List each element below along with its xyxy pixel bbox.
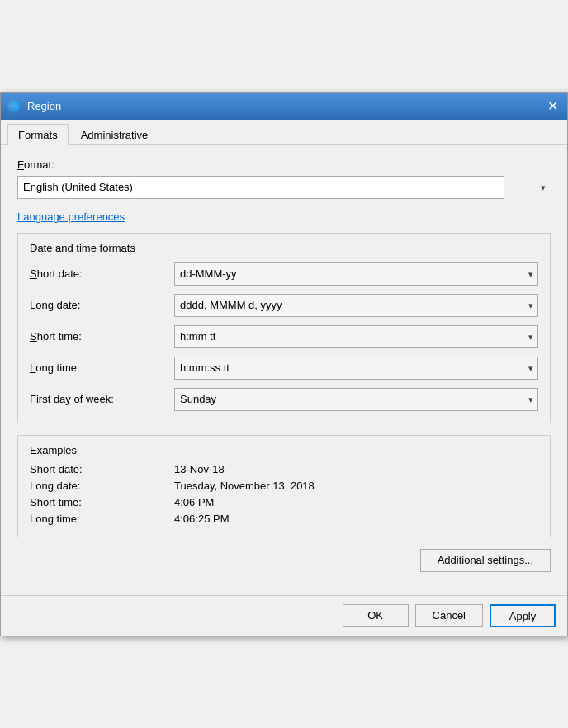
long-date-select[interactable]: dddd, MMMM d, yyyy MMMM d, yyyy bbox=[174, 294, 538, 317]
format-select-wrapper: English (United States) English (United … bbox=[17, 176, 551, 199]
example-long-time-value: 4:06:25 PM bbox=[174, 513, 230, 525]
long-time-select-wrap: h:mm:ss tt H:mm:ss ▾ bbox=[174, 357, 538, 380]
window-icon: 🌐 bbox=[7, 99, 22, 114]
format-select[interactable]: English (United States) English (United … bbox=[17, 176, 504, 199]
short-date-select[interactable]: dd-MMM-yy M/d/yyyy MM/dd/yy bbox=[174, 262, 538, 286]
short-time-select[interactable]: h:mm tt H:mm bbox=[174, 325, 538, 348]
format-label: Format: bbox=[17, 158, 551, 171]
long-date-row: Long date: dddd, MMMM d, yyyy MMMM d, yy… bbox=[30, 294, 538, 317]
example-short-time: Short time: 4:06 PM bbox=[30, 496, 538, 508]
example-long-date: Long date: Tuesday, November 13, 2018 bbox=[30, 480, 538, 492]
language-preferences-link[interactable]: Language preferences bbox=[17, 210, 125, 223]
example-short-date-label: Short date: bbox=[30, 463, 174, 475]
short-time-select-wrap: h:mm tt H:mm ▾ bbox=[174, 325, 538, 348]
example-long-date-label: Long date: bbox=[30, 480, 174, 492]
first-day-row: First day of week: Sunday Monday Saturda… bbox=[30, 388, 538, 411]
example-long-date-value: Tuesday, November 13, 2018 bbox=[174, 480, 315, 492]
additional-settings-button[interactable]: Additional settings... bbox=[420, 549, 551, 572]
date-time-group: Date and time formats Short date: dd-MMM… bbox=[17, 233, 551, 423]
first-day-select-wrap: Sunday Monday Saturday ▾ bbox=[174, 388, 538, 411]
additional-settings-row: Additional settings... bbox=[17, 549, 551, 572]
long-time-row: Long time: h:mm:ss tt H:mm:ss ▾ bbox=[30, 357, 538, 380]
format-select-chevron-icon: ▾ bbox=[541, 182, 546, 192]
tab-formats[interactable]: Formats bbox=[7, 124, 69, 145]
apply-button[interactable]: Apply bbox=[490, 604, 556, 627]
cancel-button[interactable]: Cancel bbox=[415, 604, 483, 627]
date-time-group-title: Date and time formats bbox=[30, 242, 538, 254]
long-time-select[interactable]: h:mm:ss tt H:mm:ss bbox=[174, 357, 538, 380]
footer-buttons: OK Cancel Apply bbox=[1, 595, 567, 636]
example-short-date-value: 13-Nov-18 bbox=[174, 463, 225, 475]
tabs-bar: Formats Administrative bbox=[1, 120, 567, 145]
first-day-label: First day of week: bbox=[30, 393, 174, 405]
examples-box: Examples Short date: 13-Nov-18 Long date… bbox=[17, 435, 551, 537]
ok-button[interactable]: OK bbox=[343, 604, 409, 627]
short-date-label: Short date: bbox=[30, 267, 174, 280]
example-short-time-label: Short time: bbox=[30, 496, 174, 508]
window-title: Region bbox=[27, 100, 61, 112]
title-bar-left: 🌐 Region bbox=[7, 99, 61, 114]
tab-administrative[interactable]: Administrative bbox=[70, 124, 159, 145]
long-date-label: Long date: bbox=[30, 299, 174, 311]
close-button[interactable]: ✕ bbox=[544, 98, 561, 115]
short-date-row: Short date: dd-MMM-yy M/d/yyyy MM/dd/yy … bbox=[30, 262, 538, 286]
short-date-select-wrap: dd-MMM-yy M/d/yyyy MM/dd/yy ▾ bbox=[174, 262, 538, 286]
example-short-time-value: 4:06 PM bbox=[174, 496, 214, 508]
tab-content: Format: English (United States) English … bbox=[1, 145, 567, 595]
examples-title: Examples bbox=[30, 444, 538, 456]
example-long-time-label: Long time: bbox=[30, 513, 174, 525]
long-time-label: Long time: bbox=[30, 362, 174, 374]
short-time-row: Short time: h:mm tt H:mm ▾ bbox=[30, 325, 538, 348]
title-bar: 🌐 Region ✕ bbox=[1, 93, 567, 120]
short-time-label: Short time: bbox=[30, 330, 174, 343]
region-dialog: 🌐 Region ✕ Formats Administrative Format… bbox=[0, 92, 568, 636]
long-date-select-wrap: dddd, MMMM d, yyyy MMMM d, yyyy ▾ bbox=[174, 294, 538, 317]
example-short-date: Short date: 13-Nov-18 bbox=[30, 463, 538, 475]
first-day-select[interactable]: Sunday Monday Saturday bbox=[174, 388, 538, 411]
example-long-time: Long time: 4:06:25 PM bbox=[30, 513, 538, 525]
